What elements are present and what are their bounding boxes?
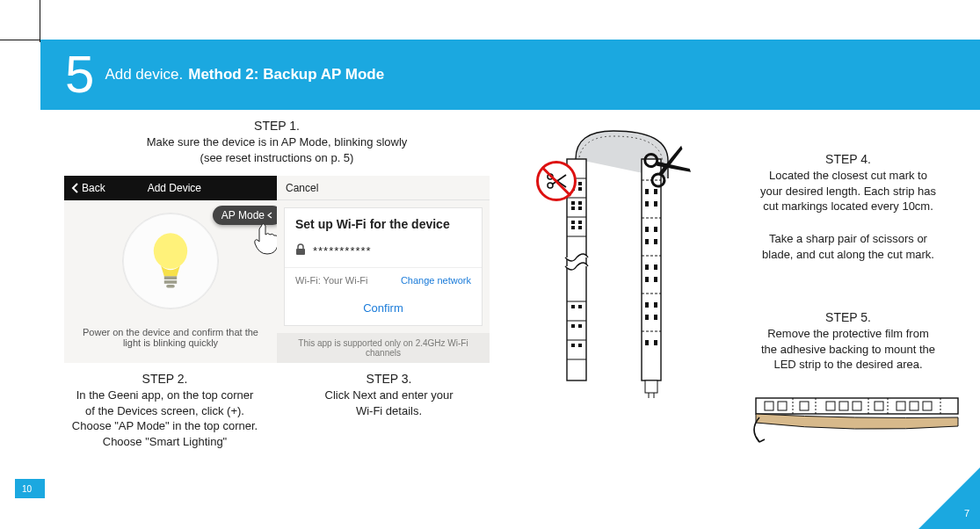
back-button[interactable]: Back	[71, 182, 105, 194]
step-4: STEP 4. Located the closest cut mark to …	[730, 152, 967, 214]
lightbulb-icon	[149, 232, 192, 291]
svg-rect-50	[645, 302, 649, 308]
section-number: 5	[65, 48, 94, 101]
bottom-steps: STEP 2. In the Geeni app, on the top cor…	[53, 372, 501, 449]
svg-rect-45	[654, 239, 657, 244]
svg-rect-47	[654, 264, 657, 270]
step-2-title: STEP 2.	[60, 372, 271, 386]
cancel-button[interactable]: Cancel	[286, 182, 318, 194]
phone-add-device: Back Add Device AP Mode	[64, 176, 277, 363]
screen-title: Add Device	[148, 182, 201, 194]
step-body: Choose "Smart Lighting"	[60, 434, 271, 450]
svg-rect-26	[578, 226, 582, 229]
step-1: STEP 1. Make sure the device is in AP Mo…	[53, 119, 501, 165]
svg-rect-31	[571, 344, 575, 347]
svg-rect-42	[645, 227, 649, 232]
svg-point-59	[548, 174, 553, 179]
svg-rect-19	[571, 201, 575, 205]
password-field[interactable]: ***********	[285, 238, 482, 268]
phone-b-navbar: Cancel	[277, 176, 490, 200]
svg-point-63	[643, 153, 659, 169]
bulb-illustration: AP Mode	[64, 200, 277, 322]
crop-mark-tl	[0, 0, 42, 42]
page-number-left: 10	[15, 479, 45, 498]
step-1-line: Make sure the device is in AP Mode, blin…	[53, 134, 501, 150]
svg-rect-23	[571, 221, 575, 224]
svg-rect-3	[166, 284, 175, 287]
section-title: Method 2: Backup AP Mode	[188, 66, 384, 83]
section-header: 5 Add device. Method 2: Backup AP Mode	[40, 40, 980, 110]
wifi-card-title: Set up Wi-Fi for the device	[285, 208, 482, 238]
svg-rect-24	[578, 221, 582, 224]
peel-backing-illustration	[747, 391, 967, 453]
svg-point-0	[154, 233, 187, 269]
step-body: Remove the protective film from	[730, 326, 967, 342]
step-3-title: STEP 3.	[284, 372, 495, 386]
svg-rect-40	[645, 201, 649, 207]
svg-rect-54	[645, 340, 649, 345]
svg-rect-25	[571, 226, 575, 229]
step-body: the adhesive backing to mount the	[730, 342, 967, 358]
svg-rect-29	[571, 324, 575, 328]
step-body: of the Devices screen, click (+).	[60, 403, 271, 419]
step-1-title: STEP 1.	[53, 119, 501, 133]
step-1-line: (see reset instructions on p. 5)	[53, 150, 501, 166]
svg-rect-2	[164, 280, 177, 284]
svg-rect-49	[654, 277, 657, 282]
left-page: STEP 1. Make sure the device is in AP Mo…	[53, 119, 501, 449]
svg-rect-27	[571, 305, 575, 308]
svg-rect-30	[578, 324, 582, 328]
svg-rect-56	[645, 380, 657, 393]
step-5-title: STEP 5.	[730, 310, 967, 324]
lock-icon	[295, 243, 306, 258]
step-body: blade, and cut along the cut mark.	[730, 247, 967, 263]
step-body: Take a sharp pair of scissors or	[730, 231, 967, 247]
phone-a-instruction: Power on the device and confirm that the…	[64, 322, 277, 360]
svg-rect-16	[578, 182, 582, 185]
step-2: STEP 2. In the Geeni app, on the top cor…	[60, 372, 271, 449]
step-body: Wi-Fi details.	[284, 403, 495, 419]
step-4-note: Take a sharp pair of scissors or blade, …	[730, 231, 967, 262]
step-body: Located the closest cut mark to	[730, 168, 967, 184]
wifi-card: Set up Wi-Fi for the device *********** …	[284, 207, 483, 326]
step-5: STEP 5. Remove the protective film from …	[730, 310, 967, 373]
step-body: cut markings located every 10cm.	[730, 199, 967, 214]
svg-rect-48	[645, 277, 649, 282]
svg-rect-44	[645, 239, 649, 244]
phone-screens: Back Add Device AP Mode	[53, 176, 501, 363]
svg-point-64	[650, 172, 666, 188]
password-value: ***********	[313, 244, 372, 257]
page-left-value: 10	[22, 484, 32, 494]
wifi-note: This app is supported only on 2.4GHz Wi-…	[277, 333, 490, 363]
svg-rect-28	[578, 305, 582, 308]
step-3: STEP 3. Click Next and enter your Wi-Fi …	[284, 372, 495, 449]
svg-rect-51	[654, 302, 657, 308]
svg-rect-18	[578, 187, 582, 191]
back-label: Back	[82, 182, 105, 194]
step-body: LED strip to the desired area.	[730, 357, 967, 373]
svg-rect-52	[645, 315, 649, 320]
svg-rect-1	[164, 276, 177, 279]
svg-rect-41	[654, 201, 657, 207]
svg-rect-20	[578, 201, 582, 205]
step-4-title: STEP 4.	[730, 152, 967, 166]
change-network-link[interactable]: Change network	[401, 275, 471, 286]
page-number-right: 7	[964, 508, 969, 518]
svg-line-62	[552, 175, 566, 185]
svg-rect-53	[654, 315, 657, 320]
page-corner-right	[918, 467, 980, 529]
confirm-button[interactable]: Confirm	[285, 293, 482, 325]
section-subtitle: Add device.	[105, 66, 183, 83]
tap-hand-icon	[249, 220, 279, 255]
svg-rect-46	[645, 264, 649, 270]
step-body: your desired length. Each strip has	[730, 184, 967, 199]
svg-rect-32	[578, 344, 582, 347]
svg-rect-4	[296, 249, 305, 255]
no-scissors-icon	[536, 161, 577, 201]
step-body: Choose "AP Mode" in the top corner.	[60, 418, 271, 434]
svg-rect-43	[654, 227, 657, 232]
phone-a-navbar: Back Add Device	[64, 176, 277, 200]
wifi-network-row: Wi-Fi: Your Wi-Fi Change network	[285, 268, 482, 293]
svg-rect-21	[571, 207, 575, 210]
phone-wifi-setup: Cancel Set up Wi-Fi for the device *****…	[277, 176, 490, 363]
